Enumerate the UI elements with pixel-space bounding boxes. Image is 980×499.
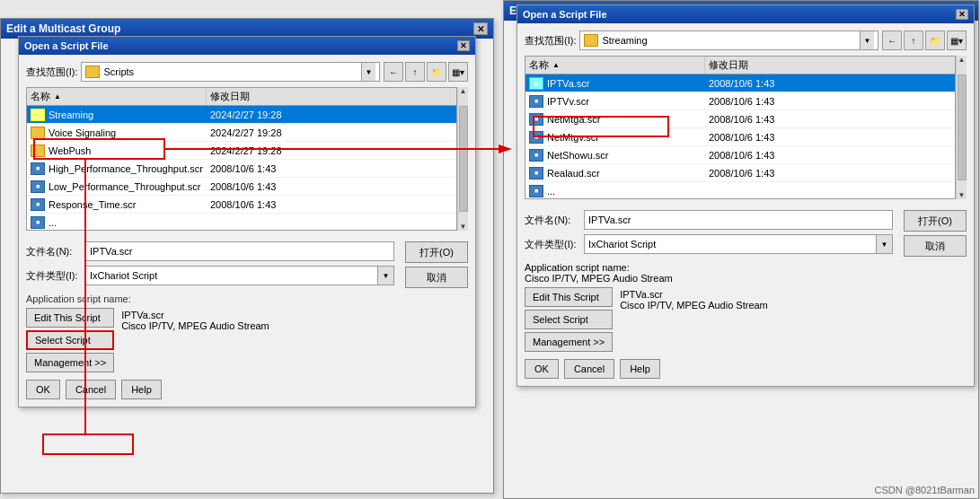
script-icon-hpt: ■ bbox=[31, 162, 45, 175]
view-btn-2[interactable]: ▦▾ bbox=[947, 31, 967, 50]
table-row[interactable]: ■ IPTVa.scr 2008/10/6 1:43 bbox=[525, 74, 955, 92]
file-list-header-1: 名称 ▲ 修改日期 bbox=[27, 88, 456, 106]
filetype-combo-arrow-2[interactable]: ▼ bbox=[876, 235, 892, 253]
filename-input-1[interactable] bbox=[85, 241, 394, 261]
location-combo-1[interactable]: Scripts ▼ bbox=[81, 62, 380, 82]
folder-icon-voice bbox=[31, 127, 45, 139]
table-row[interactable]: Streaming 2024/2/27 19:28 bbox=[27, 106, 456, 124]
script-info-1: IPTVa.scr Cisco IP/TV, MPEG Audio Stream bbox=[118, 308, 273, 333]
table-row[interactable]: ■ ... bbox=[525, 182, 955, 198]
back-btn-1[interactable]: ← bbox=[384, 62, 403, 82]
scrollbar-1[interactable]: ▲ ▼ bbox=[457, 87, 468, 231]
watermark: CSDN @8021tBarman bbox=[875, 485, 975, 495]
app-script-label-2: Application script name: Cisco IP/TV, MP… bbox=[525, 262, 967, 284]
table-row[interactable]: ■ High_Performance_Throughput.scr 2008/1… bbox=[27, 160, 456, 178]
newfolder-btn-1[interactable]: 📁 bbox=[427, 62, 446, 82]
table-row[interactable]: ■ Realaud.scr 2008/10/6 1:43 bbox=[525, 164, 955, 182]
filetype-combo-1[interactable]: IxChariot Script ▼ bbox=[85, 266, 394, 285]
view-btn-1[interactable]: ▦▾ bbox=[448, 62, 468, 82]
filetype-row-1: 文件类型(I): IxChariot Script ▼ bbox=[26, 266, 394, 285]
open-script-title-2: Open a Script File ✕ bbox=[517, 5, 974, 23]
bottom-buttons-2: OK Cancel Help bbox=[525, 359, 967, 379]
dialog2-body: 查找范围(I): Streaming ▼ ← ↑ 📁 ▦▾ 名称 bbox=[517, 23, 974, 386]
help-btn-2[interactable]: Help bbox=[620, 359, 660, 379]
cancel-btn-main-1[interactable]: Cancel bbox=[66, 380, 116, 399]
bottom-form-1: 文件名(N): 文件类型(I): IxChariot Script ▼ 打开(O… bbox=[26, 241, 468, 290]
location-value-2: Streaming bbox=[602, 35, 647, 46]
ok-btn-1[interactable]: OK bbox=[26, 380, 60, 399]
back-btn-2[interactable]: ← bbox=[882, 31, 902, 50]
location-combo-2[interactable]: Streaming ▼ bbox=[579, 31, 878, 50]
dialog1-body: 查找范围(I): Scripts ▼ ← ↑ 📁 ▦▾ 名称 bbox=[19, 55, 475, 407]
table-row[interactable]: ■ IPTVv.scr 2008/10/6 1:43 bbox=[525, 92, 955, 110]
combo-arrow-1[interactable]: ▼ bbox=[361, 63, 375, 81]
app-script-label-1: Application script name: bbox=[26, 293, 468, 304]
file-list-1: 名称 ▲ 修改日期 Streaming 2024/2/27 19:28 bbox=[26, 87, 457, 231]
inner-title-label-2: Open a Script File bbox=[523, 9, 607, 20]
filetype-combo-2[interactable]: IxChariot Script ▼ bbox=[584, 234, 893, 254]
file-rows-2: ■ IPTVa.scr 2008/10/6 1:43 ■ IPTVv.scr 2… bbox=[525, 74, 955, 198]
table-row[interactable]: ■ ... bbox=[27, 214, 456, 230]
bottom-buttons-1: OK Cancel Help bbox=[26, 380, 468, 399]
inner-close-2[interactable]: ✕ bbox=[956, 9, 968, 20]
scroll-thumb-2[interactable] bbox=[958, 74, 967, 180]
col-name-1[interactable]: 名称 ▲ bbox=[27, 88, 207, 105]
multicast-title-1: Edit a Multicast Group bbox=[6, 22, 120, 35]
cancel-button-1[interactable]: 取消 bbox=[405, 267, 468, 288]
select-script-btn-2[interactable]: Select Script bbox=[525, 310, 613, 329]
ok-btn-2[interactable]: OK bbox=[525, 359, 559, 379]
bottom-form-2: 文件名(N): 文件类型(I): IxChariot Script ▼ 打开(O… bbox=[525, 210, 967, 258]
script-icon-netshowu: ■ bbox=[529, 149, 543, 162]
col-name-2[interactable]: 名称 ▲ bbox=[525, 57, 705, 74]
scrollbar-2[interactable]: ▲ ▼ bbox=[956, 56, 967, 199]
open-button-1[interactable]: 打开(O) bbox=[405, 241, 468, 263]
location-row-2: 查找范围(I): Streaming ▼ ← ↑ 📁 ▦▾ bbox=[525, 31, 967, 50]
edit-script-btn-2[interactable]: Edit This Script bbox=[525, 287, 613, 307]
col-date-2[interactable]: 修改日期 bbox=[705, 57, 955, 74]
script-icon-netmtga: ■ bbox=[529, 113, 543, 126]
filetype-combo-arrow-1[interactable]: ▼ bbox=[377, 267, 393, 285]
open-button-2[interactable]: 打开(O) bbox=[904, 210, 967, 232]
inner-title-label-1: Open a Script File bbox=[24, 40, 109, 51]
multicast-close-1[interactable]: ✕ bbox=[473, 22, 488, 35]
edit-script-btn-1[interactable]: Edit This Script bbox=[26, 308, 114, 328]
up-btn-1[interactable]: ↑ bbox=[405, 62, 425, 82]
location-value-1: Scripts bbox=[103, 66, 134, 77]
table-row[interactable]: ■ NetShowu.scr 2008/10/6 1:43 bbox=[525, 146, 955, 164]
script-icon-rt: ■ bbox=[31, 198, 45, 211]
help-btn-1[interactable]: Help bbox=[121, 380, 162, 399]
management-btn-2[interactable]: Management >> bbox=[525, 332, 613, 352]
cancel-button-2[interactable]: 取消 bbox=[904, 235, 967, 257]
file-list-2: 名称 ▲ 修改日期 ■ IPTVa.scr 2008/10/6 1:43 bbox=[525, 56, 956, 199]
table-row[interactable]: ■ NetMtga.scr 2008/10/6 1:43 bbox=[525, 110, 955, 128]
script-icon-other: ■ bbox=[31, 216, 45, 229]
file-rows-1: Streaming 2024/2/27 19:28 Voice Signalin… bbox=[27, 106, 456, 230]
scroll-thumb-1[interactable] bbox=[459, 106, 468, 212]
folder-icon-streaming bbox=[31, 109, 45, 121]
table-row[interactable]: ■ NetMtgv.scr 2008/10/6 1:43 bbox=[525, 128, 955, 146]
table-row[interactable]: ■ Low_Performance_Throughput.scr 2008/10… bbox=[27, 178, 456, 196]
up-btn-2[interactable]: ↑ bbox=[904, 31, 923, 50]
cancel-btn-main-2[interactable]: Cancel bbox=[564, 359, 614, 379]
filename-input-2[interactable] bbox=[584, 210, 893, 230]
table-row[interactable]: WebPush 2024/2/27 19:28 bbox=[27, 142, 456, 160]
folder-icon-webpush bbox=[31, 144, 45, 157]
folder-icon-location-1 bbox=[85, 66, 100, 78]
open-script-title-1: Open a Script File ✕ bbox=[19, 37, 475, 55]
open-script-dialog-1: Open a Script File ✕ 查找范围(I): Scripts ▼ … bbox=[18, 36, 476, 407]
script-icon-ipTVv: ■ bbox=[529, 95, 543, 108]
script-icon-ipTVa: ■ bbox=[529, 77, 543, 90]
inner-close-1[interactable]: ✕ bbox=[457, 40, 470, 51]
app-script-area-2: Application script name: Cisco IP/TV, MP… bbox=[525, 262, 967, 284]
combo-arrow-2[interactable]: ▼ bbox=[860, 31, 874, 49]
management-btn-1[interactable]: Management >> bbox=[26, 353, 114, 372]
script-icon-lpt: ■ bbox=[31, 180, 45, 193]
table-row[interactable]: ■ Response_Time.scr 2008/10/6 1:43 bbox=[27, 196, 456, 214]
table-row[interactable]: Voice Signaling 2024/2/27 19:28 bbox=[27, 124, 456, 142]
location-row-1: 查找范围(I): Scripts ▼ ← ↑ 📁 ▦▾ bbox=[26, 62, 468, 82]
filetype-value-1: IxChariot Script bbox=[86, 270, 377, 281]
newfolder-btn-2[interactable]: 📁 bbox=[925, 31, 945, 50]
select-script-btn-1[interactable]: Select Script bbox=[26, 330, 114, 350]
script-icon-netmtgv: ■ bbox=[529, 131, 543, 144]
col-date-1[interactable]: 修改日期 bbox=[207, 88, 456, 105]
